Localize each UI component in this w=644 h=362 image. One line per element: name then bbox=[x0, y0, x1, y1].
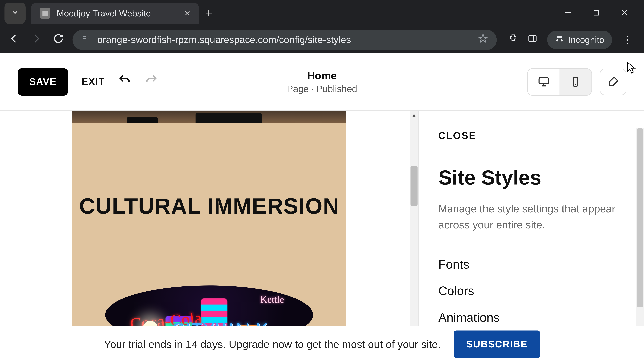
neon-script-sign: Kettle bbox=[260, 294, 284, 305]
maximize-icon[interactable] bbox=[590, 7, 602, 19]
sidebar-scrollbar-thumb[interactable] bbox=[637, 128, 643, 307]
svg-rect-1 bbox=[594, 10, 598, 15]
style-item-colors[interactable]: Colors bbox=[438, 284, 624, 298]
close-window-icon[interactable] bbox=[618, 7, 631, 19]
page-title: Home bbox=[287, 69, 357, 82]
forward-button[interactable] bbox=[28, 32, 44, 47]
minimize-icon[interactable] bbox=[562, 7, 574, 19]
desktop-view-button[interactable] bbox=[528, 68, 560, 95]
tab-strip: Moodjoy Travel Website × + bbox=[0, 0, 644, 26]
sidebar-scrollbar[interactable]: ▼ bbox=[636, 128, 644, 358]
tab-search-dropdown[interactable] bbox=[4, 3, 26, 24]
style-item-animations[interactable]: Animations bbox=[438, 311, 624, 325]
svg-rect-9 bbox=[529, 35, 536, 42]
browser-menu-icon[interactable]: ⋮ bbox=[622, 34, 632, 46]
side-panel-icon[interactable] bbox=[528, 34, 537, 46]
window-controls bbox=[562, 7, 640, 19]
panel-title: Site Styles bbox=[438, 166, 624, 190]
close-panel-button[interactable]: CLOSE bbox=[438, 130, 624, 142]
incognito-indicator[interactable]: Incognito bbox=[547, 30, 612, 49]
device-toggle-group bbox=[527, 68, 626, 95]
section-heading: CULTURAL IMMERSION bbox=[79, 193, 340, 219]
back-button[interactable] bbox=[6, 32, 22, 47]
preview-canvas[interactable]: CULTURAL IMMERSION Coca-Cola Kettle CITY… bbox=[0, 111, 418, 362]
favicon-icon bbox=[40, 8, 50, 18]
page-title-block[interactable]: Home Page · Published bbox=[287, 69, 357, 94]
address-bar[interactable]: orange-swordfish-rpzm.squarespace.com/co… bbox=[72, 30, 497, 50]
new-tab-button[interactable]: + bbox=[205, 6, 212, 20]
incognito-label: Incognito bbox=[568, 35, 604, 45]
site-info-icon[interactable] bbox=[81, 34, 90, 45]
scrollbar-thumb[interactable] bbox=[410, 166, 418, 206]
mobile-preview-frame: CULTURAL IMMERSION Coca-Cola Kettle CITY… bbox=[72, 111, 346, 362]
page-subtitle: Page · Published bbox=[287, 83, 357, 94]
chevron-down-icon bbox=[11, 8, 19, 18]
subscribe-button[interactable]: SUBSCRIBE bbox=[454, 330, 540, 358]
style-item-fonts[interactable]: Fonts bbox=[438, 258, 624, 272]
tab-title: Moodjoy Travel Website bbox=[57, 8, 151, 18]
mobile-view-button[interactable] bbox=[560, 68, 591, 95]
site-styles-panel: CLOSE Site Styles Manage the style setti… bbox=[418, 111, 644, 362]
svg-point-15 bbox=[575, 84, 576, 85]
exit-button[interactable]: EXIT bbox=[82, 76, 105, 87]
browser-tab[interactable]: Moodjoy Travel Website × bbox=[31, 3, 199, 24]
incognito-icon bbox=[555, 34, 564, 45]
close-tab-icon[interactable]: × bbox=[184, 7, 190, 19]
panel-subtitle: Manage the style settings that appear ac… bbox=[438, 201, 624, 233]
editor-toolbar: SAVE EXIT Home Page · Published bbox=[0, 53, 644, 111]
scroll-up-arrow-icon[interactable]: ▲ bbox=[410, 111, 418, 119]
browser-chrome: Moodjoy Travel Website × + bbox=[0, 0, 644, 53]
url-text: orange-swordfish-rpzm.squarespace.com/co… bbox=[97, 34, 351, 45]
preview-image-desk bbox=[72, 111, 346, 122]
trial-banner: Your trial ends in 14 days. Upgrade now … bbox=[0, 326, 644, 362]
styles-brush-button[interactable] bbox=[600, 68, 626, 95]
svg-rect-11 bbox=[539, 78, 548, 84]
app-root: SAVE EXIT Home Page · Published bbox=[0, 53, 644, 362]
preview-scrollbar[interactable]: ▲ bbox=[410, 111, 418, 362]
extensions-icon[interactable] bbox=[508, 34, 518, 46]
reload-button[interactable] bbox=[50, 33, 66, 47]
trial-text: Your trial ends in 14 days. Upgrade now … bbox=[104, 338, 440, 350]
toolbar: orange-swordfish-rpzm.squarespace.com/co… bbox=[0, 26, 644, 53]
bookmark-star-icon[interactable] bbox=[478, 34, 488, 46]
save-button[interactable]: SAVE bbox=[18, 68, 68, 95]
redo-button[interactable] bbox=[145, 73, 158, 90]
svg-marker-8 bbox=[479, 34, 487, 42]
undo-button[interactable] bbox=[118, 73, 132, 90]
toolbar-right: Incognito ⋮ bbox=[503, 30, 638, 49]
